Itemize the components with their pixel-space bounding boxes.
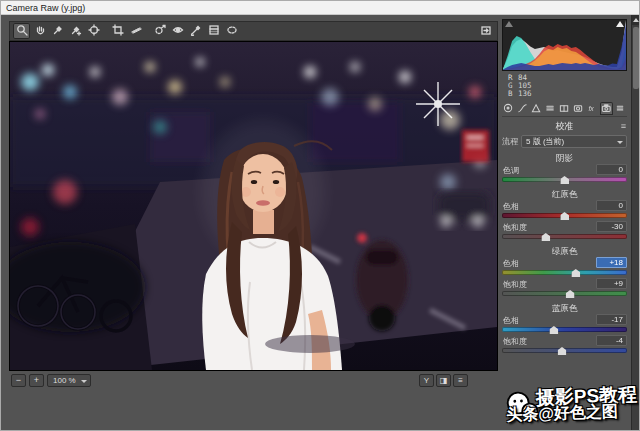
blue-hue-track[interactable]: [502, 327, 627, 332]
tab-basic[interactable]: [502, 102, 515, 115]
adjustment-brush-tool[interactable]: [187, 23, 204, 39]
shadow-clipping-indicator[interactable]: [505, 21, 513, 27]
preview-canvas[interactable]: [9, 41, 498, 371]
tab-hsl-grayscale[interactable]: [544, 102, 557, 115]
radial-filter-tool[interactable]: [223, 23, 240, 39]
process-version-value: 5 版 (当前): [526, 137, 564, 146]
camera-raw-window: Camera Raw (y.jpg): [0, 0, 640, 431]
hsl-icon: [545, 100, 556, 118]
gradfilter-icon: [208, 22, 220, 40]
red-saturation-track[interactable]: [502, 234, 627, 239]
panel-menu-icon[interactable]: ≡: [621, 121, 626, 131]
zoom-level-value: 100 %: [53, 376, 76, 385]
redeye-icon: [172, 22, 184, 40]
crop-icon: [112, 22, 124, 40]
view-toggle-group: Y◨≡: [419, 374, 468, 387]
red-saturation-slider[interactable]: [502, 233, 627, 241]
red-saturation-row: 饱和度-30: [502, 221, 627, 232]
shadows-tint-label: 色调: [503, 165, 519, 176]
blue-hue-value[interactable]: -17: [596, 314, 627, 325]
section-header-blue-primary: 蓝原色: [502, 303, 627, 313]
green-saturation-track[interactable]: [502, 291, 627, 296]
green-hue-label: 色相: [503, 258, 519, 269]
blue-saturation-value[interactable]: -4: [596, 335, 627, 346]
section-header-green-primary: 绿原色: [502, 246, 627, 256]
preview-statusbar: − + 100 % Y◨≡: [9, 371, 498, 389]
green-saturation-value[interactable]: +9: [596, 278, 627, 289]
scrollbar-thumb[interactable]: [633, 27, 639, 89]
zoom-in-button[interactable]: +: [29, 374, 44, 387]
targeted-adjustment-tool[interactable]: [85, 23, 102, 39]
camera-icon: [601, 100, 612, 118]
histogram-plot: [503, 20, 626, 70]
histogram[interactable]: [502, 19, 627, 71]
green-hue-track[interactable]: [502, 270, 627, 275]
panel-tabs: fx: [502, 102, 627, 117]
rgb-readout: R84 G105 B136: [502, 71, 627, 99]
zoom-out-button[interactable]: −: [11, 374, 26, 387]
red-hue-value[interactable]: 0: [596, 200, 627, 211]
app-body: − + 100 % Y◨≡ R84 G105 B136 fx 校准 ≡: [1, 15, 639, 430]
highlight-clipping-indicator[interactable]: [616, 21, 624, 27]
radial-icon: [226, 22, 238, 40]
window-title: Camera Raw (y.jpg): [1, 1, 639, 15]
green-hue-value[interactable]: +18: [596, 257, 627, 268]
view-menu[interactable]: ≡: [453, 374, 468, 387]
process-row: 流程 5 版 (当前): [502, 135, 627, 148]
section-header-red-primary: 红原色: [502, 189, 627, 199]
red-hue-slider[interactable]: [502, 212, 627, 220]
left-column: − + 100 % Y◨≡: [1, 15, 498, 430]
tab-lens-corrections[interactable]: [572, 102, 585, 115]
straighten-tool[interactable]: [127, 23, 144, 39]
tab-detail[interactable]: [530, 102, 543, 115]
zoom-tool[interactable]: [13, 23, 30, 39]
section-header-shadows: 阴影: [502, 153, 627, 163]
shadows-tint-row: 色调0: [502, 164, 627, 175]
process-label: 流程: [502, 136, 518, 147]
crop-tool[interactable]: [109, 23, 126, 39]
red-saturation-value[interactable]: -30: [596, 221, 627, 232]
red-eye-tool[interactable]: [169, 23, 186, 39]
toggle-fullscreen[interactable]: [477, 23, 494, 39]
red-saturation-label: 饱和度: [503, 222, 527, 233]
sampler-icon: [70, 22, 82, 40]
before-after-toggle[interactable]: Y: [419, 374, 434, 387]
tab-presets[interactable]: [614, 102, 627, 115]
blue-hue-slider[interactable]: [502, 326, 627, 334]
vertical-scrollbar[interactable]: [631, 15, 639, 430]
zoom-level-select[interactable]: 100 %: [47, 374, 91, 387]
straighten-icon: [130, 22, 142, 40]
split-view-toggle[interactable]: ◨: [436, 374, 451, 387]
svg-text:fx: fx: [588, 104, 594, 111]
green-saturation-label: 饱和度: [503, 279, 527, 290]
photo-night-portrait: [10, 42, 497, 370]
tab-camera-calibration[interactable]: [600, 102, 613, 115]
shadows-tint-value[interactable]: 0: [596, 164, 627, 175]
white-balance-tool[interactable]: [49, 23, 66, 39]
scroll-up-arrow[interactable]: [632, 15, 640, 25]
hand-tool[interactable]: [31, 23, 48, 39]
green-saturation-row: 饱和度+9: [502, 278, 627, 289]
split-icon: [559, 100, 570, 118]
green-hue-row: 色相+18: [502, 257, 627, 268]
chevron-down-icon: [81, 380, 87, 383]
eyedropper-icon: [52, 22, 64, 40]
color-sampler-tool[interactable]: [67, 23, 84, 39]
green-hue-slider[interactable]: [502, 269, 627, 277]
red-hue-label: 色相: [503, 201, 519, 212]
process-version-dropdown[interactable]: 5 版 (当前): [521, 135, 627, 148]
blue-saturation-row: 饱和度-4: [502, 335, 627, 346]
tab-effects[interactable]: fx: [586, 102, 599, 115]
shadows-tint-slider[interactable]: [502, 176, 627, 184]
chevron-down-icon: [617, 141, 623, 144]
tab-split-toning[interactable]: [558, 102, 571, 115]
blue-saturation-slider[interactable]: [502, 347, 627, 355]
graduated-filter-tool[interactable]: [205, 23, 222, 39]
blue-hue-row: 色相-17: [502, 314, 627, 325]
spot-removal-tool[interactable]: [151, 23, 168, 39]
blue-hue-label: 色相: [503, 315, 519, 326]
tab-tone-curve[interactable]: [516, 102, 529, 115]
green-saturation-slider[interactable]: [502, 290, 627, 298]
spot-icon: [154, 22, 166, 40]
fullscreen-icon: [480, 22, 492, 40]
